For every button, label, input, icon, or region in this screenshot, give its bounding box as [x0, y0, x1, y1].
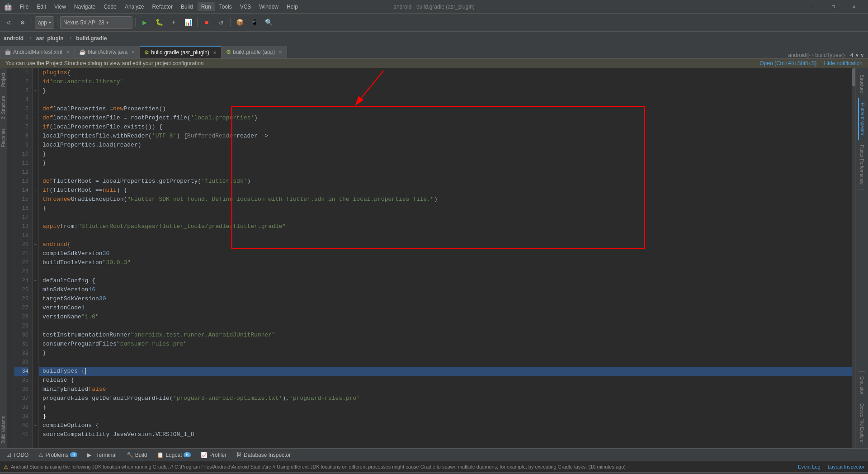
code-line-26[interactable]: targetSdkVersion 30	[39, 294, 852, 303]
code-line-4[interactable]	[39, 95, 852, 104]
code-line-33[interactable]	[39, 358, 852, 367]
flutter-inspector-tab[interactable]: Flutter Inspector	[858, 98, 866, 140]
sdk-manager-btn[interactable]: 📦	[233, 16, 246, 29]
menu-code[interactable]: Code	[100, 2, 120, 11]
toolbar-back-btn[interactable]: ◁	[2, 16, 14, 29]
emulator-tab[interactable]: Emulator	[859, 371, 865, 399]
code-line-18[interactable]: apply from: "$flutterRoot/packages/flutt…	[39, 222, 852, 231]
menu-view[interactable]: View	[51, 2, 70, 11]
code-line-27[interactable]: versionCode 1	[39, 303, 852, 313]
code-line-1[interactable]: plugins {	[39, 68, 852, 77]
fold-7[interactable]: −	[33, 123, 38, 132]
fold-14[interactable]: −	[33, 186, 38, 195]
fold-40[interactable]: −	[33, 421, 38, 430]
stop-button[interactable]: ■	[200, 16, 213, 29]
close-gradle-app-tab[interactable]: ✕	[278, 50, 282, 55]
fold-8[interactable]: −	[33, 132, 38, 141]
asr-plugin-label[interactable]: asr_plugin	[36, 35, 64, 42]
event-log-link[interactable]: Event Log	[798, 464, 821, 469]
code-line-37[interactable]: proguardFiles getDefaultProguardFile('pr…	[39, 394, 852, 403]
code-editor[interactable]: plugins { id 'com.android.library' } def…	[39, 68, 852, 448]
logcat-tab[interactable]: 📋 Logcat 6	[152, 450, 195, 460]
fold-3[interactable]: −	[33, 86, 38, 95]
build-variants-panel-tab[interactable]: Build Variants	[0, 412, 7, 448]
code-line-21[interactable]: compileSdkVersion 30	[39, 249, 852, 258]
fold-24[interactable]: −	[33, 276, 38, 285]
code-line-30[interactable]: testInstrumentationRunner "androidx.test…	[39, 331, 852, 340]
menu-file[interactable]: File	[16, 2, 32, 11]
menu-help[interactable]: Help	[283, 2, 302, 11]
code-line-19[interactable]	[39, 231, 852, 240]
code-line-22[interactable]: buildToolsVersion "30.0.3"	[39, 258, 852, 267]
flutter-performance-tab[interactable]: Flutter Performance	[859, 140, 865, 190]
code-line-36[interactable]: minifyEnabled false	[39, 385, 852, 394]
structure-panel-tab[interactable]: 2: Structure	[0, 91, 7, 124]
code-line-25[interactable]: minSdkVersion 16	[39, 285, 852, 294]
code-line-7[interactable]: if (localPropertiesFile.exists()) {	[39, 123, 852, 132]
app-selector[interactable]: app ▾	[35, 16, 54, 29]
tab-main-activity[interactable]: ☕ MainActivity.java ✕	[75, 46, 140, 58]
profile-button[interactable]: 📊	[182, 16, 194, 29]
menu-tools[interactable]: Tools	[216, 2, 236, 11]
close-manifest-tab[interactable]: ✕	[66, 50, 70, 55]
breadcrumb-buildtypes[interactable]: buildTypes{}	[815, 52, 844, 58]
close-gradle-plugin-tab[interactable]: ✕	[213, 50, 217, 55]
code-line-41[interactable]: sourceCompatibility JavaVersion.VERSION_…	[39, 430, 852, 439]
code-line-24[interactable]: defaultConfig {	[39, 276, 852, 285]
code-line-39[interactable]: }	[39, 412, 852, 421]
code-line-35[interactable]: release {	[39, 376, 852, 385]
code-line-17[interactable]	[39, 213, 852, 222]
close-main-activity-tab[interactable]: ✕	[131, 50, 135, 55]
project-panel-tab[interactable]: Project	[0, 68, 7, 91]
menu-refactor[interactable]: Refactor	[149, 2, 176, 11]
device-selector[interactable]: Nexus 5X API 28 ▾	[60, 16, 132, 29]
profiler-tab[interactable]: 📈 Profiler	[196, 450, 231, 460]
favorites-panel-tab[interactable]: Favorites	[0, 124, 7, 152]
search-btn[interactable]: 🔍	[262, 16, 275, 29]
code-line-10[interactable]: }	[39, 150, 852, 159]
menu-run[interactable]: Run	[198, 2, 215, 11]
menu-window[interactable]: Window	[255, 2, 282, 11]
code-line-13[interactable]: def flutterRoot = localProperties.getPro…	[39, 177, 852, 186]
fold-6[interactable]: −	[33, 114, 38, 123]
tab-build-gradle-plugin[interactable]: ⚙ build.gradle (asr_plugin) ✕	[140, 46, 222, 58]
menu-navigate[interactable]: Navigate	[71, 2, 99, 11]
code-line-38[interactable]: }	[39, 403, 852, 412]
open-project-structure-link[interactable]: Open (Ctrl+Alt+Shift+S)	[760, 60, 816, 66]
code-line-34[interactable]: buildTypes {	[39, 367, 852, 376]
problems-tab[interactable]: ⚠ Problems 6	[34, 450, 81, 460]
code-line-28[interactable]: versionName "1.0"	[39, 313, 852, 322]
code-line-23[interactable]	[39, 267, 852, 276]
terminal-tab[interactable]: ▶_ Terminal	[83, 450, 121, 460]
code-line-20[interactable]: android {	[39, 240, 852, 249]
scroll-bar-right[interactable]	[852, 68, 855, 448]
build-gradle-label[interactable]: build.gradle	[76, 35, 107, 42]
layout-inspector-link[interactable]: Layout Inspector	[828, 464, 864, 469]
run-button[interactable]: ▶	[138, 16, 151, 29]
tab-build-gradle-app[interactable]: ⚙ build.gradle (app) ✕	[222, 46, 287, 58]
debug-button[interactable]: 🐛	[153, 16, 165, 29]
code-line-14[interactable]: if (flutterRoot == null) {	[39, 186, 852, 195]
structure-outline-tab[interactable]: Structure	[859, 70, 865, 98]
code-line-40[interactable]: compileOptions {	[39, 421, 852, 430]
code-line-2[interactable]: id 'com.android.library'	[39, 77, 852, 86]
code-line-29[interactable]	[39, 322, 852, 331]
code-line-12[interactable]	[39, 168, 852, 177]
fold-35[interactable]: −	[33, 376, 38, 385]
code-line-15[interactable]: throw new GradleException("Flutter SDK n…	[39, 195, 852, 204]
tab-android-manifest[interactable]: 🤖 AndroidManifest.xml ✕	[0, 46, 75, 58]
menu-analyze[interactable]: Analyze	[121, 2, 148, 11]
maximize-button[interactable]: ❐	[823, 0, 844, 14]
code-line-32[interactable]: }	[39, 349, 852, 358]
code-line-5[interactable]: def localProperties = new Properties()	[39, 104, 852, 114]
code-line-31[interactable]: consumerProguardFiles "consumer-rules.pr…	[39, 340, 852, 349]
avd-manager-btn[interactable]: 📱	[248, 16, 260, 29]
minimize-button[interactable]: —	[802, 0, 823, 14]
scroll-thumb[interactable]	[852, 68, 855, 86]
menu-build[interactable]: Build	[177, 2, 197, 11]
code-line-9[interactable]: localProperties.load(reader)	[39, 141, 852, 150]
code-line-6[interactable]: def localPropertiesFile = rootProject.fi…	[39, 114, 852, 123]
device-file-explorer-tab[interactable]: Device File Explorer	[859, 399, 865, 448]
hide-notification-link[interactable]: Hide notification	[824, 60, 863, 66]
sync-button[interactable]: ↺	[215, 16, 227, 29]
